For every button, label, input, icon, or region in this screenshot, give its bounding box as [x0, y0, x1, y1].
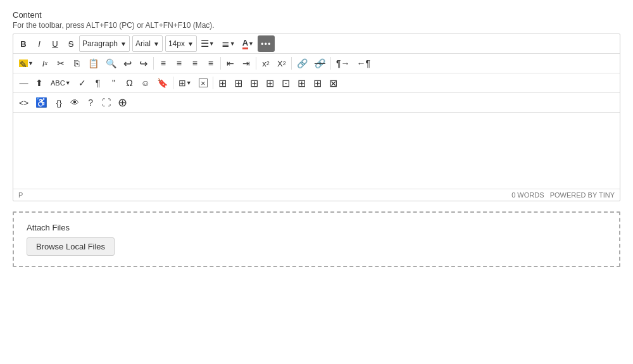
toolbar-row-2: ✎ ▼ Ix ✂ ⎘ 📋 🔍 ↩ ↪ ≡ ≡ ≡ ≡ ⇤ ⇥ x2 X2 🔗 🔗 [13, 54, 620, 73]
page-wrapper: Content For the toolbar, press ALT+F10 (… [13, 10, 620, 267]
table-split-button[interactable]: ⊞ [294, 75, 310, 91]
font-select[interactable]: Arial ▼ [132, 35, 163, 52]
paragraph-chevron-icon: ▼ [120, 41, 127, 47]
bold-button[interactable]: B [16, 35, 31, 52]
separator-7 [213, 77, 213, 89]
toolbar-row-4: <> ♿ {} 👁 ? ⛶ ⊕ [13, 93, 620, 113]
find-button[interactable]: 🔍 [103, 55, 120, 72]
italic-button[interactable]: I [32, 35, 47, 52]
align-center-button[interactable]: ≡ [172, 55, 187, 72]
separator-6 [173, 77, 173, 89]
table-del2-button[interactable]: ⊠ [326, 75, 341, 91]
add-button[interactable]: ⊕ [115, 94, 130, 111]
fullscreen-button[interactable]: ⛶ [99, 94, 114, 111]
font-chevron-icon: ▼ [153, 41, 160, 47]
highlight-button[interactable]: ✎ ▼ [16, 55, 37, 72]
align-justify-button[interactable]: ≡ [203, 55, 218, 72]
preview-button[interactable]: 👁 [67, 94, 82, 111]
editor-body[interactable] [13, 113, 620, 189]
attach-label: Attach Files [27, 223, 606, 232]
accessibility-button[interactable]: ♿ [32, 94, 51, 111]
align-left-button[interactable]: ≡ [156, 55, 171, 72]
align-right-button[interactable]: ≡ [187, 55, 203, 72]
link-button[interactable]: 🔗 [294, 55, 311, 72]
table-row-after-button[interactable]: ⊞ [215, 75, 230, 91]
table-col-after-button[interactable]: ⊞ [247, 75, 262, 91]
strikethrough-button[interactable]: S [63, 35, 78, 52]
rtl-button[interactable]: ←¶ [353, 55, 373, 72]
unlink-button[interactable]: 🔗 [311, 55, 329, 72]
attach-section: Attach Files Browse Local Files [13, 211, 620, 267]
underline-button[interactable]: U [47, 35, 63, 52]
more-button[interactable]: ••• [258, 35, 275, 52]
table-props-button[interactable]: ⊞ [310, 75, 325, 91]
undo-button[interactable]: ↩ [120, 55, 135, 72]
checkmark-button[interactable]: ✓ [75, 75, 90, 91]
separator-1 [153, 57, 154, 70]
paragraph-select[interactable]: Paragraph ▼ [79, 35, 130, 52]
content-label: Content [13, 10, 620, 20]
word-count: 0 WORDS [511, 191, 544, 199]
separator-4 [291, 57, 292, 70]
paragraph-mark-button[interactable]: ¶ [91, 75, 106, 91]
separator-5 [330, 57, 331, 70]
help-button[interactable]: ? [83, 94, 98, 111]
subscript-button[interactable]: X2 [274, 55, 289, 72]
separator-3 [256, 57, 256, 70]
editor-footer: P 0 WORDS POWERED BY TINY [13, 189, 620, 201]
blockquote-button[interactable]: " [106, 75, 122, 91]
cut-button[interactable]: ✂ [53, 55, 68, 72]
table-delete-button[interactable]: ✕ [196, 75, 211, 91]
ltr-button[interactable]: ¶→ [333, 55, 353, 72]
hr-button[interactable]: — [16, 75, 31, 91]
emoji-button[interactable]: ☺ [138, 75, 153, 91]
powered-by: POWERED BY TINY [550, 191, 615, 199]
ordered-list-button[interactable]: ≣ ▼ [218, 35, 239, 52]
unordered-list-button[interactable]: ☰ ▼ [197, 35, 218, 52]
size-chevron-icon: ▼ [187, 41, 194, 47]
editor-meta: 0 WORDS POWERED BY TINY [511, 191, 615, 199]
superscript-button[interactable]: x2 [258, 55, 273, 72]
toolbar-row-3: — ⬆ ABC ▼ ✓ ¶ " Ω ☺ 🔖 ⊞ ▼ ✕ ⊞ ⊞ ⊞ ⊞ ⊡ ⊞ [13, 73, 620, 93]
shortcut-hint: For the toolbar, press ALT+F10 (PC) or A… [13, 21, 620, 30]
toolbar-row-1: B I U S Paragraph ▼ Arial ▼ 14px ▼ ☰ ▼ ≣… [13, 34, 620, 54]
separator-2 [220, 57, 221, 70]
table-merge-button[interactable]: ⊡ [279, 75, 294, 91]
code-button[interactable]: <> [16, 94, 32, 111]
bookmark-button[interactable]: 🔖 [154, 75, 171, 91]
redo-button[interactable]: ↪ [136, 55, 151, 72]
size-select[interactable]: 14px ▼ [165, 35, 197, 52]
clear-format-button[interactable]: Ix [37, 55, 53, 72]
copy-button[interactable]: ⎘ [69, 55, 84, 72]
indent-right-button[interactable]: ⇥ [239, 55, 254, 72]
table-row-before-button[interactable]: ⊞ [231, 75, 246, 91]
spellcheck-button[interactable]: ABC ▼ [47, 75, 74, 91]
table-col-before-button[interactable]: ⊞ [263, 75, 278, 91]
editor-wrapper: B I U S Paragraph ▼ Arial ▼ 14px ▼ ☰ ▼ ≣… [13, 34, 620, 201]
paragraph-indicator: P [18, 191, 23, 199]
paste-button[interactable]: 📋 [85, 55, 102, 72]
font-color-button[interactable]: A ▼ [239, 35, 257, 52]
special-char-button[interactable]: Ω [122, 75, 137, 91]
browse-local-files-button[interactable]: Browse Local Files [27, 237, 115, 256]
indent-left-button[interactable]: ⇤ [223, 55, 238, 72]
table-button[interactable]: ⊞ ▼ [175, 75, 195, 91]
template-button[interactable]: {} [51, 94, 66, 111]
upload-button[interactable]: ⬆ [32, 75, 47, 91]
